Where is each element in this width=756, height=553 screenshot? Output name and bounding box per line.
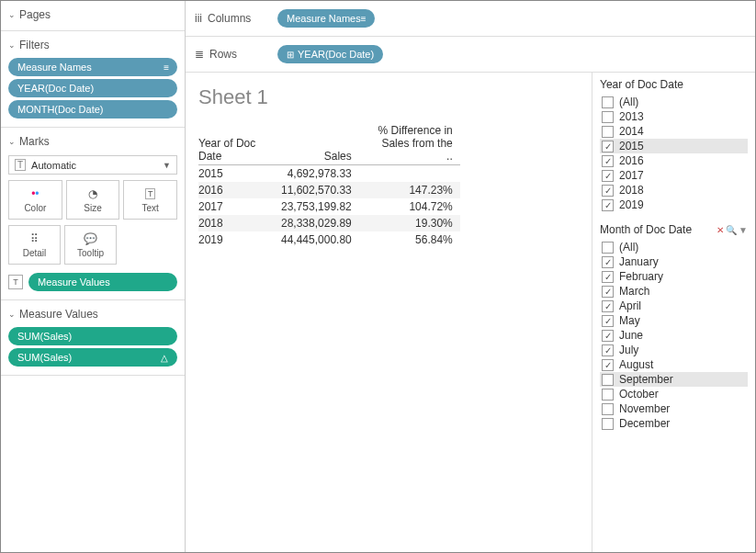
month-filter-row[interactable]: October [600,387,748,401]
checkbox[interactable] [602,242,614,254]
year-filter-title[interactable]: Year of Doc Date [600,78,748,91]
marks-text-card[interactable]: T Text [123,180,177,220]
month-filter-row[interactable]: September [600,372,748,387]
marks-text-label: Text [126,203,175,213]
filter-pill[interactable]: Measure Names≡ [8,58,177,76]
cell-pct: 19.30% [359,215,460,231]
month-filter-row[interactable]: (All) [600,240,748,254]
checkbox[interactable] [602,300,614,312]
measure-value-pill[interactable]: SUM(Sales)△ [8,348,177,367]
rows-pill[interactable]: ⊞ YEAR(Doc Date) [277,45,383,63]
cell-sales: 28,338,029.89 [281,215,359,231]
checkbox[interactable] [602,170,614,182]
col-header-sales[interactable]: Sales [281,122,359,165]
checkbox[interactable] [602,330,614,342]
month-filter-title[interactable]: Month of Doc Date ✕ 🔍 ▼ [600,223,748,236]
year-filter-label: 2016 [619,154,644,167]
chevron-icon: ⌄ [8,310,16,319]
year-filter-row[interactable]: 2013 [600,109,748,124]
filters-header[interactable]: ⌄ Filters [8,37,177,55]
checkbox[interactable] [602,111,614,123]
year-filter-row[interactable]: 2017 [600,168,748,183]
checkbox[interactable] [602,286,614,298]
checkbox[interactable] [602,271,614,283]
filters-title: Filters [19,39,50,51]
filter-pill[interactable]: YEAR(Doc Date) [8,79,177,97]
marks-measure-values-pill[interactable]: Measure Values [28,273,177,291]
month-filter-row[interactable]: May [600,313,748,328]
checkbox[interactable] [602,256,614,268]
checkbox[interactable] [602,418,614,430]
mv-pill-label: SUM(Sales) [17,331,72,342]
month-filter-label: May [619,314,640,327]
measure-value-pill[interactable]: SUM(Sales) [8,327,177,345]
col-header-year[interactable]: Year of Doc Date [198,122,281,165]
columns-shelf[interactable]: iii Columns Measure Names ≡ [186,1,755,37]
pages-title: Pages [19,8,51,21]
clear-filter-icon[interactable]: ✕ [717,225,724,235]
checkbox[interactable] [602,126,614,138]
month-filter-row[interactable]: February [600,269,748,284]
marks-color-card[interactable]: •• Color [8,180,62,220]
month-filter-row[interactable]: April [600,299,748,313]
year-filter-label: 2017 [619,169,644,182]
month-filter-row[interactable]: November [600,401,748,416]
checkbox[interactable] [602,359,614,371]
month-filter-row[interactable]: July [600,343,748,357]
checkbox[interactable] [602,403,614,415]
year-filter-label: 2013 [619,110,644,123]
year-filter-label: 2015 [619,140,644,152]
month-filter-row[interactable]: August [600,357,748,372]
year-filter-label: 2019 [619,198,644,211]
checkbox[interactable] [602,155,614,167]
month-filter-row[interactable]: January [600,254,748,269]
checkbox[interactable] [602,199,614,211]
table-row[interactable]: 201944,445,000.8056.84% [198,231,460,248]
table-row[interactable]: 201828,338,029.8919.30% [198,215,460,231]
year-filter-row[interactable]: 2019 [600,198,748,212]
year-filter-row[interactable]: 2016 [600,153,748,168]
marks-header[interactable]: ⌄ Marks [8,133,177,152]
marks-detail-card[interactable]: ⠿ Detail [8,225,61,265]
checkbox[interactable] [602,315,614,327]
checkbox[interactable] [602,344,614,356]
checkbox[interactable] [602,374,614,386]
filter-pill[interactable]: MONTH(Doc Date) [8,100,177,118]
checkbox[interactable] [602,389,614,401]
rows-shelf[interactable]: ≣ Rows ⊞ YEAR(Doc Date) [186,37,755,73]
year-filter-row[interactable]: 2018 [600,183,748,198]
month-filter-row[interactable]: June [600,328,748,343]
columns-icon: iii [195,12,202,25]
marks-type-select[interactable]: T Automatic ▼ [8,155,177,175]
pages-header[interactable]: ⌄ Pages [8,6,177,25]
marks-color-label: Color [11,203,60,213]
dropdown-icon[interactable]: ▼ [739,225,748,235]
year-filter-row[interactable]: 2015 [600,139,748,153]
columns-pill-label: Measure Names [287,13,361,24]
table-row[interactable]: 201611,602,570.33147.23% [198,182,460,198]
table-row[interactable]: 201723,753,199.82104.72% [198,198,460,215]
marks-section: ⌄ Marks T Automatic ▼ •• Color ◔ Size [1,128,185,300]
cell-sales: 4,692,978.33 [281,165,359,183]
marks-tooltip-card[interactable]: 💬 Tooltip [64,225,117,265]
month-filter-row[interactable]: March [600,284,748,299]
month-filter-row[interactable]: December [600,416,748,431]
col-header-pct[interactable]: % Difference in Sales from the .. [359,122,460,165]
filter-pill-label: MONTH(Doc Date) [17,104,104,115]
checkbox[interactable] [602,141,614,152]
marks-size-card[interactable]: ◔ Size [66,180,120,220]
year-filter-row[interactable]: 2014 [600,124,748,139]
search-icon[interactable]: 🔍 [726,225,737,235]
measure-values-section: ⌄ Measure Values SUM(Sales)SUM(Sales)△ [1,300,185,376]
checkbox[interactable] [602,96,614,108]
year-filter-row[interactable]: (All) [600,95,748,109]
chevron-icon: ⌄ [8,137,16,146]
measure-values-header[interactable]: ⌄ Measure Values [8,306,177,324]
marks-tooltip-label: Tooltip [67,248,114,258]
table-row[interactable]: 20154,692,978.33 [198,165,460,183]
checkbox[interactable] [602,185,614,197]
sheet-title[interactable]: Sheet 1 [198,85,579,109]
columns-pill[interactable]: Measure Names ≡ [277,9,375,28]
detail-icon: ⠿ [11,231,58,246]
pages-section: ⌄ Pages [1,1,185,31]
